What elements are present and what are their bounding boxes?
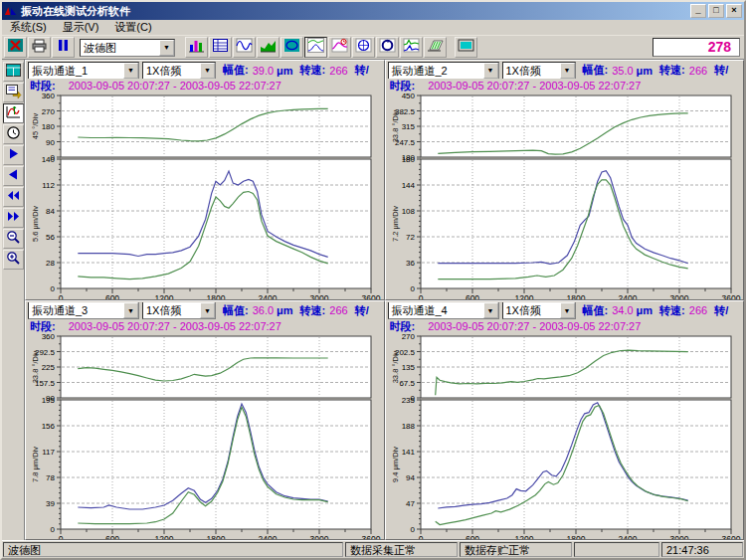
play-forward-button[interactable] [3, 145, 24, 165]
period-row: 时段: 2003-09-05 20:07:27 - 2003-09-05 22:… [27, 319, 384, 334]
speed-value: 266 [689, 65, 707, 77]
svg-text:235: 235 [401, 396, 415, 405]
svg-text:7.8 μm/Div: 7.8 μm/Div [31, 446, 40, 481]
channel-value: 振动通道_1 [29, 63, 123, 79]
svg-text:47: 47 [406, 499, 415, 508]
svg-text:33.8 °/Div: 33.8 °/Div [391, 109, 400, 142]
window-title: 振动在线测试分析软件 [21, 4, 688, 19]
period-row: 时段: 2003-09-05 20:07:27 - 2003-09-05 22:… [27, 79, 384, 93]
play-left-icon [5, 167, 22, 186]
channel-select[interactable]: 振动通道_2 ▼ [388, 62, 499, 79]
export-button[interactable] [3, 83, 24, 102]
orbit-button[interactable] [280, 37, 303, 58]
status-bar: 波德图 数据采集正常 数据存贮正常 21:47:36 [2, 540, 744, 558]
svg-text:67.5: 67.5 [399, 378, 415, 387]
bar-chart-button[interactable] [185, 37, 208, 58]
trend-icon [260, 38, 277, 57]
zoom-in-button[interactable] [3, 250, 24, 270]
amplitude-value: 35.0 [612, 65, 633, 77]
svg-text:195: 195 [42, 396, 56, 405]
polar-button[interactable] [352, 37, 375, 58]
chevron-down-icon[interactable]: ▼ [159, 40, 174, 56]
time-setting-button[interactable] [3, 124, 24, 144]
svg-text:108: 108 [401, 207, 415, 216]
svg-text:0: 0 [51, 284, 56, 293]
toolbar: 波德图 ▼ 278 [2, 36, 744, 60]
channel-select[interactable]: 振动通道_1 ▼ [28, 62, 139, 79]
speed-value: 266 [689, 304, 707, 316]
frequency-value: 1X倍频 [503, 302, 560, 318]
pause-button[interactable] [52, 37, 75, 58]
plot-type-select[interactable]: 波德图 ▼ [80, 39, 175, 57]
minimize-button[interactable]: _ [690, 4, 706, 18]
exit-button[interactable] [4, 37, 27, 58]
frequency-select[interactable]: 1X倍频 ▼ [142, 62, 216, 79]
menu-item-2[interactable]: 显示(V) [55, 19, 107, 36]
speed-label: 转速: [659, 63, 685, 78]
frequency-select[interactable]: 1X倍频 ▼ [502, 302, 576, 319]
menu-item-3[interactable]: 设置(C) [106, 19, 159, 36]
close-button[interactable]: × [726, 4, 742, 18]
zoom-out-button[interactable] [3, 229, 24, 249]
realtime-curve-button[interactable] [3, 103, 24, 123]
period-row: 时段: 2003-09-05 20:07:27 - 2003-09-05 22:… [387, 79, 744, 93]
frequency-select[interactable]: 1X倍频 ▼ [502, 62, 576, 79]
menu-item-1[interactable]: 系统(S) [2, 19, 55, 36]
svg-text:315: 315 [401, 122, 415, 131]
fast-back-icon [5, 188, 22, 207]
maximize-button[interactable]: □ [708, 4, 724, 18]
period-label: 时段: [390, 80, 416, 92]
chevron-down-icon[interactable]: ▼ [560, 63, 575, 79]
period-value: 2003-09-05 20:07:27 - 2003-09-05 22:07:2… [69, 320, 281, 332]
svg-text:135: 135 [401, 363, 415, 372]
report-button[interactable] [209, 37, 232, 58]
chevron-down-icon[interactable]: ▼ [123, 302, 138, 318]
channel-value: 振动通道_4 [389, 302, 483, 318]
chevron-down-icon[interactable]: ▼ [123, 63, 138, 79]
zoom-in-icon [5, 251, 22, 270]
frequency-value: 1X倍频 [143, 63, 200, 79]
nyquist-button[interactable] [376, 37, 399, 58]
play-back-button[interactable] [3, 166, 24, 186]
trend-clock-button[interactable] [328, 37, 351, 58]
orbit-icon [283, 38, 300, 57]
chart-window-button[interactable] [3, 62, 24, 82]
curve-red-icon [5, 104, 22, 123]
period-value: 2003-09-05 20:07:27 - 2003-09-05 22:07:2… [428, 80, 641, 92]
frequency-value: 1X倍频 [143, 302, 200, 318]
channel-select[interactable]: 振动通道_4 ▼ [388, 302, 499, 319]
bode-chart: 180247.5315382.545033.8 °/Div03672108144… [387, 93, 743, 300]
trend-button[interactable] [257, 37, 280, 58]
channel-panel-4: 振动通道_4 ▼ 1X倍频 ▼ 幅值: 34.0 μm 转速: 266 转/ 时… [385, 300, 745, 541]
chevron-down-icon[interactable]: ▼ [560, 302, 575, 318]
waterfall-button[interactable] [400, 37, 423, 58]
play-icon [5, 146, 22, 165]
menu-bar: 系统(S)显示(V)设置(C) [2, 20, 744, 36]
amplitude-label: 幅值: [583, 303, 609, 318]
frequency-select[interactable]: 1X倍频 ▼ [142, 302, 216, 319]
svg-text:180: 180 [401, 155, 415, 164]
status-acquisition: 数据采集正常 [345, 542, 458, 557]
window-teal-icon [458, 38, 474, 57]
fast-backward-button[interactable] [3, 187, 24, 207]
panels-grid: 振动通道_1 ▼ 1X倍频 ▼ 幅值: 39.0 μm 转速: 266 转/ 时… [25, 60, 744, 540]
waterfall-icon [403, 38, 420, 57]
channel-panel-1: 振动通道_1 ▼ 1X倍频 ▼ 幅值: 39.0 μm 转速: 266 转/ 时… [25, 60, 385, 300]
speed-label: 转速: [300, 63, 326, 78]
new-window-button[interactable] [455, 37, 477, 58]
bode-button[interactable] [304, 37, 327, 58]
pause-icon [55, 38, 72, 57]
chevron-down-icon[interactable]: ▼ [200, 63, 215, 79]
waveform-button[interactable] [233, 37, 256, 58]
fast-forward-button[interactable] [3, 208, 24, 228]
spectrum3d-button[interactable] [424, 37, 447, 58]
print-button[interactable] [28, 37, 51, 58]
chevron-down-icon[interactable]: ▼ [483, 302, 498, 318]
channel-select[interactable]: 振动通道_3 ▼ [28, 302, 139, 319]
svg-text:156: 156 [42, 422, 56, 431]
bode-chart: 90157.5225292.536033.8 °/Div039781171561… [27, 334, 383, 541]
counter-display: 278 [653, 38, 740, 57]
chevron-down-icon[interactable]: ▼ [483, 63, 498, 79]
chevron-down-icon[interactable]: ▼ [200, 302, 215, 318]
amplitude-value: 34.0 [612, 304, 633, 316]
